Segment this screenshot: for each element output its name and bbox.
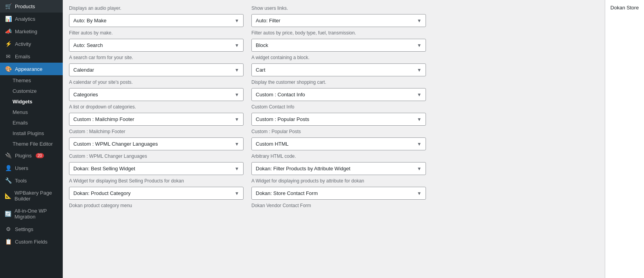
widget-dropdown[interactable]: Dokan: Store Contact Form▼ (251, 187, 426, 200)
widget-description: Displays an audio player. (69, 4, 244, 13)
widget-dropdown[interactable]: Categories▼ (69, 88, 244, 101)
widget-col-2: Show users links.Auto: Filter▼Filter aut… (251, 4, 426, 210)
widget-label: Custom : Mailchimp Footer (73, 116, 134, 122)
sidebar-item-users[interactable]: 👤 Users (0, 162, 63, 174)
sidebar-item-emails[interactable]: ✉ Emails (0, 50, 63, 63)
activity-icon: ⚡ (5, 41, 12, 47)
sidebar-item-label: Marketing (15, 29, 37, 34)
chevron-down-icon: ▼ (417, 117, 422, 122)
widget-description: Dokan Vendor Contact Form (251, 201, 426, 210)
sidebar-item-label: Users (15, 165, 28, 171)
widget-label: Custom HTML (256, 141, 289, 147)
sidebar-item-custom-fields[interactable]: 📋 Custom Fields (0, 235, 63, 248)
widget-description: Filter autos by price, body type, fuel, … (251, 29, 426, 37)
chevron-down-icon: ▼ (417, 92, 422, 97)
sidebar-item-label: Appearance (15, 66, 42, 72)
sidebar-item-label: WPBakery Page Builder (15, 190, 58, 202)
products-icon: 🛒 (5, 3, 12, 9)
widget-description: Custom : Mailchimp Footer (69, 127, 244, 136)
sidebar-item-wpbakery[interactable]: 📐 WPBakery Page Builder (0, 187, 63, 205)
widget-dropdown[interactable]: Custom : Mailchimp Footer▼ (69, 113, 244, 126)
widget-description: A calendar of your site's posts. (69, 78, 244, 87)
sidebar-panel (432, 0, 605, 278)
widget-description: Custom : Popular Posts (251, 127, 426, 136)
custom-fields-icon: 📋 (5, 238, 12, 245)
widget-dropdown[interactable]: Dokan: Best Selling Widget▼ (69, 162, 244, 175)
widget-label: Custom : WPML Changer Languages (73, 141, 158, 147)
widget-dropdown[interactable]: Auto: By Make▼ (69, 14, 244, 27)
widget-description: A search car form for your site. (69, 53, 244, 62)
widget-dropdown[interactable]: Cart▼ (251, 63, 426, 76)
appearance-icon: 🎨 (5, 66, 12, 72)
sidebar-subitem-theme-file-editor[interactable]: Theme File Editor (0, 139, 63, 149)
widget-dropdown[interactable]: Auto: Filter▼ (251, 14, 426, 27)
widget-dropdown[interactable]: Dokan: Product Category▼ (69, 187, 244, 200)
sidebar-item-marketing[interactable]: 📣 Marketing (0, 25, 63, 38)
sidebar-item-settings[interactable]: ⚙ Settings (0, 223, 63, 235)
widget-description: A widget containing a block. (251, 53, 426, 62)
widget-dropdown[interactable]: Block▼ (251, 39, 426, 52)
sidebar-subitem-install-plugins[interactable]: Install Plugins (0, 128, 63, 139)
sidebar-item-label: Emails (15, 54, 30, 60)
widget-label: Auto: By Make (73, 18, 107, 23)
marketing-icon: 📣 (5, 28, 12, 34)
widget-description: A Widget for displaying products by attr… (251, 177, 426, 185)
dokan-store-panel: Dokan Store (605, 0, 644, 278)
sidebar-item-label: Settings (15, 226, 33, 232)
chevron-down-icon: ▼ (235, 43, 239, 48)
sidebar-item-appearance[interactable]: 🎨 Appearance (0, 63, 63, 75)
chevron-down-icon: ▼ (235, 92, 239, 97)
chevron-down-icon: ▼ (235, 166, 239, 171)
settings-icon: ⚙ (5, 226, 12, 232)
widget-label: Block (256, 42, 268, 48)
widget-dropdown[interactable]: Dokan: Filter Products by Attribute Widg… (251, 162, 426, 175)
sidebar-item-products[interactable]: 🛒 Products (0, 0, 63, 13)
widget-label: Custom : Popular Posts (256, 116, 309, 122)
plugins-badge: 20 (36, 153, 44, 158)
sidebar-item-label: All-in-One WP Migration (15, 208, 58, 220)
widget-label: Dokan: Filter Products by Attribute Widg… (256, 166, 350, 171)
chevron-down-icon: ▼ (235, 18, 239, 23)
widget-label: Auto: Search (73, 42, 103, 48)
sidebar-item-label: Custom Fields (15, 239, 47, 245)
sidebar-item-allinone[interactable]: 🔄 All-in-One WP Migration (0, 205, 63, 223)
widget-dropdown[interactable]: Custom HTML▼ (251, 137, 426, 150)
sidebar-item-plugins[interactable]: 🔌 Plugins 20 (0, 149, 63, 162)
sidebar-subitem-menus[interactable]: Menus (0, 107, 63, 117)
widget-label: Auto: Filter (256, 18, 280, 23)
sidebar-item-label: Activity (15, 41, 31, 47)
dokan-store-label: Dokan Store (610, 5, 639, 11)
chevron-down-icon: ▼ (235, 67, 239, 73)
widget-dropdown[interactable]: Custom : Contact Info▼ (251, 88, 426, 101)
widget-description: A Widget for displaying Best Selling Pro… (69, 177, 244, 185)
sidebar-item-activity[interactable]: ⚡ Activity (0, 38, 63, 50)
sidebar-subitem-emails[interactable]: Emails (0, 117, 63, 128)
widget-description: Custom : WPML Changer Languages (69, 152, 244, 161)
widget-list: Displays an audio player.Auto: By Make▼F… (63, 0, 432, 278)
tools-icon: 🔧 (5, 177, 12, 184)
widget-dropdown[interactable]: Auto: Search▼ (69, 39, 244, 52)
sidebar-item-label: Products (15, 4, 35, 9)
widget-label: Categories (73, 92, 98, 97)
widget-description: Filter autos by make. (69, 29, 244, 37)
chevron-down-icon: ▼ (417, 18, 422, 23)
sidebar-subitem-widgets[interactable]: Widgets (0, 96, 63, 107)
widget-dropdown[interactable]: Calendar▼ (69, 63, 244, 76)
chevron-down-icon: ▼ (235, 117, 239, 122)
appearance-submenu: Themes Customize Widgets Menus Emails In… (0, 75, 63, 149)
chevron-down-icon: ▼ (417, 141, 422, 147)
widget-dropdown[interactable]: Custom : WPML Changer Languages▼ (69, 137, 244, 150)
sidebar-subitem-customize[interactable]: Customize (0, 86, 63, 96)
sidebar-item-analytics[interactable]: 📊 Analytics (0, 13, 63, 25)
widget-col-1: Displays an audio player.Auto: By Make▼F… (69, 4, 244, 210)
widget-description: Arbitrary HTML code. (251, 152, 426, 161)
widget-description: Dokan product category menu (69, 201, 244, 210)
sidebar-item-label: Analytics (15, 16, 35, 22)
emails-icon: ✉ (5, 53, 12, 60)
widget-dropdown[interactable]: Custom : Popular Posts▼ (251, 113, 426, 126)
sidebar-item-label: Tools (15, 178, 27, 184)
widget-description: Show users links. (251, 4, 426, 13)
sidebar-subitem-themes[interactable]: Themes (0, 75, 63, 86)
sidebar-item-tools[interactable]: 🔧 Tools (0, 174, 63, 187)
chevron-down-icon: ▼ (235, 141, 239, 147)
